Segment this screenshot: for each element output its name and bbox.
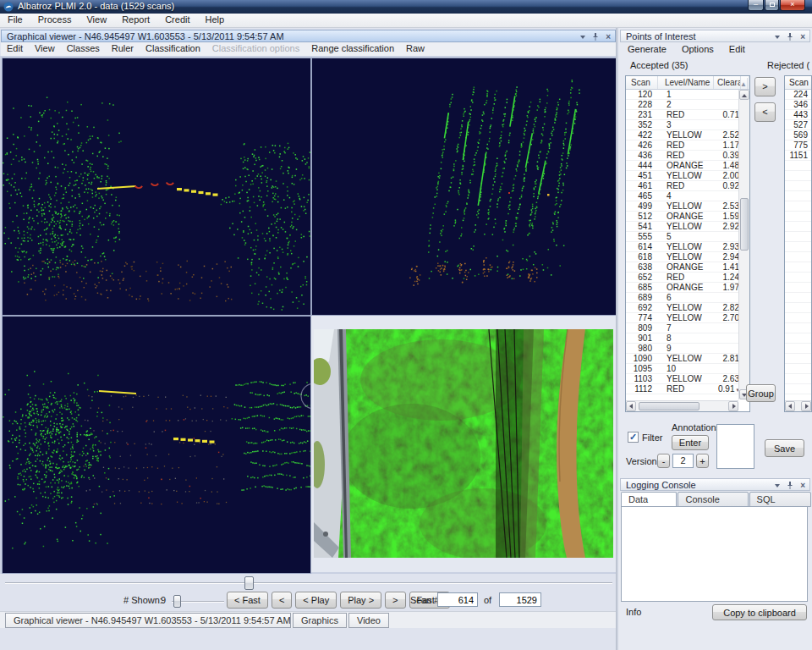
scroll-left-button[interactable]: [785, 401, 795, 411]
column-header-level-name[interactable]: Level/Name: [658, 76, 714, 89]
column-header-clearance[interactable]: Clearance▲: [714, 76, 749, 89]
scan-position-slider[interactable]: [5, 576, 612, 590]
viewer-toolbar-item[interactable]: Edit: [1, 42, 29, 54]
table-row[interactable]: 689 6: [626, 293, 739, 303]
copy-to-clipboard-button[interactable]: Copy to clipboard: [712, 604, 807, 620]
table-row[interactable]: 901 8: [626, 333, 739, 344]
table-row[interactable]: 527: [785, 120, 811, 130]
scroll-left-button[interactable]: [626, 401, 636, 411]
maximize-button[interactable]: [765, 0, 779, 11]
table-row[interactable]: 444 ORANGE 1.48: [626, 161, 739, 171]
table-row[interactable]: 614 YELLOW 2.93: [626, 242, 739, 252]
scroll-right-button[interactable]: [728, 401, 738, 411]
table-row[interactable]: 774 YELLOW 2.70: [626, 313, 739, 323]
step-forward-button[interactable]: >: [385, 592, 405, 609]
menubar-item[interactable]: File: [0, 14, 30, 25]
table-row[interactable]: 461 RED 0.92: [626, 181, 739, 191]
table-row[interactable]: 465 4: [626, 191, 739, 201]
table-row[interactable]: 443: [785, 110, 811, 120]
table-row[interactable]: 224: [785, 90, 811, 100]
menubar-item[interactable]: Credit: [157, 14, 197, 25]
console-tab[interactable]: SQL Console: [749, 492, 811, 507]
close-button[interactable]: ×: [780, 0, 805, 11]
move-to-rejected-button[interactable]: >: [754, 77, 776, 96]
table-row[interactable]: 120 1: [626, 90, 739, 100]
viewer-toolbar-item[interactable]: Range classification: [305, 42, 400, 54]
enter-button[interactable]: Enter: [672, 435, 709, 450]
console-output-area[interactable]: [621, 506, 808, 602]
close-icon[interactable]: ×: [800, 482, 805, 489]
table-row[interactable]: 512 ORANGE 1.59: [626, 212, 739, 222]
shown-slider[interactable]: [172, 594, 224, 609]
close-icon[interactable]: ×: [800, 34, 805, 41]
table-row[interactable]: 652 RED 1.24: [626, 273, 739, 283]
chevron-down-icon[interactable]: [775, 484, 780, 488]
save-button[interactable]: Save: [765, 439, 804, 457]
play-back-button[interactable]: < Play: [295, 592, 337, 609]
table-row[interactable]: 618 YELLOW 2.94: [626, 252, 739, 262]
view-tab[interactable]: Graphics: [293, 613, 347, 628]
table-row[interactable]: 352 3: [626, 120, 739, 130]
table-row[interactable]: 685 ORANGE 1.97: [626, 283, 739, 293]
menubar-item[interactable]: View: [79, 14, 114, 25]
table-row[interactable]: 422 YELLOW 2.52: [626, 130, 739, 140]
table-row[interactable]: 228 2: [626, 100, 739, 110]
table-row[interactable]: 231 RED 0.71: [626, 110, 739, 120]
viewer-toolbar-item[interactable]: Classes: [61, 42, 106, 54]
console-tab[interactable]: Data output: [621, 492, 677, 507]
table-row[interactable]: 569: [785, 130, 811, 140]
slider-thumb[interactable]: [173, 595, 181, 608]
pin-icon[interactable]: [592, 33, 599, 41]
poi-menu-item[interactable]: Options: [674, 43, 721, 55]
viewer-toolbar-item[interactable]: View: [29, 42, 61, 54]
table-row[interactable]: 541 YELLOW 2.92: [626, 222, 739, 232]
vertical-scrollbar[interactable]: [738, 90, 749, 399]
move-to-accepted-button[interactable]: <: [754, 102, 776, 122]
total-scans-input[interactable]: [499, 592, 541, 607]
viewer-toolbar-item[interactable]: Classification options: [206, 42, 305, 54]
filter-checkbox[interactable]: ✓: [628, 432, 639, 443]
version-increment-button[interactable]: +: [696, 454, 709, 468]
scrollbar-thumb[interactable]: [639, 402, 700, 410]
scroll-right-button[interactable]: [801, 401, 811, 411]
column-header-scan[interactable]: Scan: [626, 76, 658, 89]
table-row[interactable]: 436 RED 0.39: [626, 151, 739, 161]
menubar-item[interactable]: Process: [30, 14, 80, 25]
pin-icon[interactable]: [787, 33, 793, 41]
scrollbar-thumb[interactable]: [740, 198, 749, 251]
console-tab[interactable]: Console Output: [678, 492, 748, 507]
horizontal-scrollbar[interactable]: [785, 400, 811, 411]
table-row[interactable]: 1151: [785, 151, 811, 161]
table-row[interactable]: 1112 RED 0.91: [626, 384, 739, 394]
close-icon[interactable]: ×: [606, 34, 611, 41]
document-tab[interactable]: Graphical viewer - N46.945497 W1.603553 …: [5, 613, 291, 628]
version-decrement-button[interactable]: -: [657, 454, 670, 468]
viewer-toolbar-item[interactable]: Classification: [140, 42, 206, 54]
chevron-down-icon[interactable]: [775, 36, 780, 39]
lidar-top-viewport[interactable]: [2, 316, 311, 574]
table-row[interactable]: 692 YELLOW 2.82: [626, 303, 739, 313]
scroll-up-button[interactable]: [739, 90, 749, 100]
menubar-item[interactable]: Report: [114, 14, 157, 25]
table-row[interactable]: 1103 YELLOW 2.63: [626, 374, 739, 384]
table-row[interactable]: 426 RED 1.17: [626, 140, 739, 151]
table-row[interactable]: 1095 10: [626, 364, 739, 374]
chevron-down-icon[interactable]: [580, 36, 585, 39]
menubar-item[interactable]: Help: [198, 14, 233, 25]
view-tab[interactable]: Video: [348, 613, 389, 628]
step-back-button[interactable]: <: [272, 592, 292, 609]
pin-icon[interactable]: [787, 482, 793, 489]
column-header-scan[interactable]: Scan: [785, 76, 811, 90]
slider-thumb[interactable]: [244, 576, 254, 590]
poi-menu-item[interactable]: Edit: [721, 43, 753, 55]
group-button[interactable]: Group: [746, 384, 776, 402]
rewind-fast-button[interactable]: < Fast: [227, 592, 268, 609]
viewer-toolbar-item[interactable]: Ruler: [106, 42, 140, 54]
scan-number-input[interactable]: [437, 592, 478, 607]
play-forward-button[interactable]: Play >: [340, 592, 381, 609]
table-row[interactable]: 346: [785, 100, 811, 110]
table-row[interactable]: 1090 YELLOW 2.81: [626, 354, 739, 364]
table-row[interactable]: 451 YELLOW 2.00: [626, 171, 739, 181]
table-row[interactable]: 499 YELLOW 2.53: [626, 201, 739, 212]
viewer-toolbar-item[interactable]: Raw: [400, 42, 431, 54]
